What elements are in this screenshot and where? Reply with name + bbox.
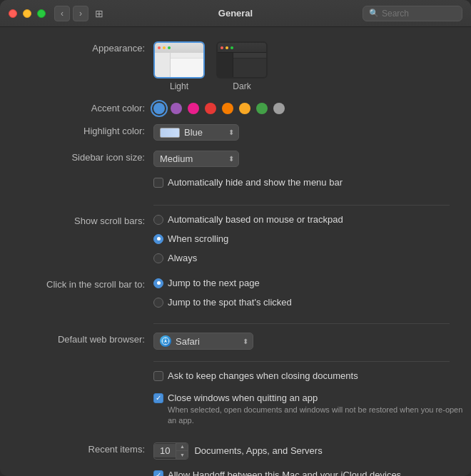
default-browser-value: Safari <box>176 336 200 347</box>
auto-hide-checkbox-row: Automatically hide and show the menu bar <box>153 177 343 188</box>
scroll-scrolling-radio[interactable] <box>153 234 163 244</box>
safari-icon <box>160 335 171 347</box>
highlight-color-label: Highlight color: <box>21 124 153 136</box>
click-next-page-row: Jump to the next page <box>153 278 292 288</box>
ask-changes-label: Ask to keep changes when closing documen… <box>168 370 358 381</box>
scroll-auto-label: Automatically based on mouse or trackpad <box>168 214 343 225</box>
appearance-dark-label: Dark <box>233 81 250 91</box>
appearance-dark-thumb[interactable] <box>216 41 268 79</box>
forward-button[interactable]: › <box>73 6 88 21</box>
traffic-lights <box>9 9 46 18</box>
scroll-scrolling-label: When scrolling <box>168 233 228 244</box>
scroll-auto-radio[interactable] <box>153 215 163 225</box>
scroll-auto-row: Automatically based on mouse or trackpad <box>153 214 343 225</box>
divider-3 <box>153 361 450 362</box>
appearance-content: Light <box>153 41 471 91</box>
minimize-button[interactable] <box>23 9 31 18</box>
accent-green-dot[interactable] <box>256 103 268 114</box>
allow-handoff-label <box>21 470 153 471</box>
checkboxes-row: Ask to keep changes when closing documen… <box>0 370 471 432</box>
sidebar-icon-size-arrow-icon: ⬍ <box>228 155 234 163</box>
default-browser-content: Safari ⬍ <box>153 333 471 350</box>
sidebar-icon-size-label: Sidebar icon size: <box>21 151 153 163</box>
accent-orange-dot[interactable] <box>222 103 233 114</box>
close-windows-label: Close windows when quitting an app <box>168 393 471 403</box>
appearance-dark-option[interactable]: Dark <box>216 41 268 91</box>
allow-handoff-checkbox-row: Allow Handoff between this Mac and your … <box>153 470 401 476</box>
appearance-light-label: Light <box>170 81 188 91</box>
window-title: General <box>218 8 253 19</box>
recent-items-stepper-container: 10 ▲ ▼ Documents, Apps, and Servers <box>153 442 323 460</box>
auto-hide-checkbox[interactable] <box>153 178 163 188</box>
accent-purple-dot[interactable] <box>171 103 182 114</box>
sidebar-icon-size-dropdown[interactable]: Medium ⬍ <box>153 151 239 167</box>
highlight-color-row: Highlight color: Blue ⬍ <box>0 124 471 141</box>
grid-button[interactable]: ⊞ <box>91 6 107 21</box>
search-bar[interactable]: 🔍 <box>363 6 462 21</box>
appearance-light-thumb[interactable] <box>153 41 205 79</box>
allow-handoff-checkbox[interactable] <box>153 470 163 476</box>
stepper-down-button[interactable]: ▼ <box>176 451 188 459</box>
maximize-button[interactable] <box>37 9 46 18</box>
default-browser-arrow-icon: ⬍ <box>243 338 248 345</box>
divider-2 <box>153 323 450 324</box>
recent-items-value: 10 <box>154 444 176 457</box>
checkboxes-label <box>21 370 153 372</box>
default-browser-label: Default web browser: <box>21 333 153 345</box>
svg-marker-5 <box>164 339 167 343</box>
search-input[interactable] <box>382 9 456 19</box>
sidebar-icon-size-content: Medium ⬍ <box>153 151 471 167</box>
allow-handoff-checkbox-label: Allow Handoff between this Mac and your … <box>168 470 401 476</box>
appearance-options: Light <box>153 41 268 91</box>
recent-items-row: Recent items: 10 ▲ ▼ Documents, Apps, an… <box>0 442 471 460</box>
click-next-page-label: Jump to the next page <box>168 278 260 288</box>
click-next-page-radio[interactable] <box>153 278 163 288</box>
highlight-color-content: Blue ⬍ <box>153 124 471 141</box>
close-windows-checkbox[interactable] <box>153 393 163 403</box>
click-clicked-spot-row: Jump to the spot that's clicked <box>153 297 292 308</box>
recent-items-content: 10 ▲ ▼ Documents, Apps, and Servers <box>153 442 471 460</box>
highlight-color-dropdown[interactable]: Blue ⬍ <box>153 124 239 141</box>
recent-items-label: Recent items: <box>21 442 153 455</box>
scroll-always-radio[interactable] <box>153 253 163 263</box>
sidebar-icon-size-row: Sidebar icon size: Medium ⬍ <box>0 151 471 167</box>
accent-graphite-dot[interactable] <box>273 103 285 114</box>
window: ‹ › ⊞ General 🔍 Appearance: <box>0 0 471 476</box>
checkboxes-content: Ask to keep changes when closing documen… <box>153 370 471 432</box>
close-button[interactable] <box>9 9 17 18</box>
accent-color-label: Accent color: <box>21 101 153 113</box>
accent-yellow-dot[interactable] <box>239 103 250 114</box>
accent-blue-dot[interactable] <box>153 103 165 114</box>
divider-1 <box>153 205 450 206</box>
click-scroll-bar-row: Click in the scroll bar to: Jump to the … <box>0 278 471 312</box>
ask-changes-checkbox[interactable] <box>153 371 163 381</box>
auto-hide-label <box>21 177 153 178</box>
highlight-color-value: Blue <box>184 127 203 138</box>
accent-red-dot[interactable] <box>205 103 216 114</box>
content-area: Appearance: <box>0 27 471 476</box>
default-browser-dropdown[interactable]: Safari ⬍ <box>153 333 253 350</box>
accent-pink-dot[interactable] <box>188 103 199 114</box>
back-button[interactable]: ‹ <box>54 6 70 21</box>
appearance-light-option[interactable]: Light <box>153 41 205 91</box>
scroll-scrolling-row: When scrolling <box>153 233 343 244</box>
accent-color-dots <box>153 101 285 114</box>
show-scroll-bars-content: Automatically based on mouse or trackpad… <box>153 214 471 268</box>
auto-hide-content: Automatically hide and show the menu bar <box>153 177 471 193</box>
stepper-up-button[interactable]: ▲ <box>176 443 188 451</box>
close-windows-sublabel: When selected, open documents and window… <box>168 405 471 427</box>
recent-items-unit: Documents, Apps, and Servers <box>194 445 322 456</box>
ask-changes-row: Ask to keep changes when closing documen… <box>153 370 471 381</box>
accent-color-content <box>153 101 471 114</box>
show-scroll-bars-row: Show scroll bars: Automatically based on… <box>0 214 471 268</box>
default-browser-row: Default web browser: Safari <box>0 333 471 350</box>
close-windows-row: Close windows when quitting an app When … <box>153 393 471 427</box>
scroll-always-label: Always <box>168 253 197 263</box>
allow-handoff-content: Allow Handoff between this Mac and your … <box>153 470 471 476</box>
accent-color-row: Accent color: <box>0 101 471 114</box>
recent-items-stepper[interactable]: 10 ▲ ▼ <box>153 442 188 460</box>
show-scroll-bars-label: Show scroll bars: <box>21 214 153 226</box>
appearance-row: Appearance: <box>0 41 471 91</box>
click-clicked-spot-radio[interactable] <box>153 298 163 308</box>
appearance-label: Appearance: <box>21 41 153 54</box>
